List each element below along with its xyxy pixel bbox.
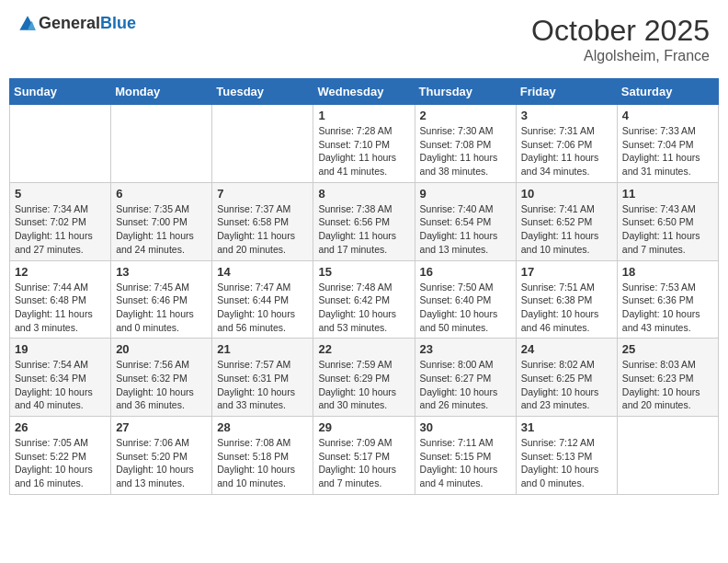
calendar-cell: 3Sunrise: 7:31 AM Sunset: 7:06 PM Daylig… <box>516 105 617 183</box>
day-number: 4 <box>622 109 713 122</box>
day-info: Sunrise: 7:34 AM Sunset: 7:02 PM Dayligh… <box>15 202 106 257</box>
calendar-cell <box>212 105 313 183</box>
calendar-cell: 11Sunrise: 7:43 AM Sunset: 6:50 PM Dayli… <box>617 182 718 260</box>
day-info: Sunrise: 7:48 AM Sunset: 6:42 PM Dayligh… <box>318 281 409 335</box>
calendar-week-row: 1Sunrise: 7:28 AM Sunset: 7:10 PM Daylig… <box>10 105 719 183</box>
day-number: 11 <box>622 187 713 201</box>
calendar-cell: 7Sunrise: 7:37 AM Sunset: 6:58 PM Daylig… <box>212 182 313 260</box>
day-number: 6 <box>116 187 207 201</box>
calendar-cell: 30Sunrise: 7:11 AM Sunset: 5:15 PM Dayli… <box>415 417 516 495</box>
calendar-week-row: 19Sunrise: 7:54 AM Sunset: 6:34 PM Dayli… <box>10 339 719 417</box>
day-number: 31 <box>521 420 612 434</box>
day-info: Sunrise: 7:54 AM Sunset: 6:34 PM Dayligh… <box>15 358 106 412</box>
location: Algolsheim, France <box>531 48 710 64</box>
day-info: Sunrise: 7:09 AM Sunset: 5:17 PM Dayligh… <box>318 436 409 490</box>
calendar-cell <box>111 105 212 183</box>
calendar-cell: 19Sunrise: 7:54 AM Sunset: 6:34 PM Dayli… <box>10 339 111 417</box>
day-info: Sunrise: 7:57 AM Sunset: 6:31 PM Dayligh… <box>217 358 308 412</box>
day-number: 8 <box>318 187 409 201</box>
day-info: Sunrise: 7:40 AM Sunset: 6:54 PM Dayligh… <box>420 202 511 257</box>
day-header-wednesday: Wednesday <box>313 79 415 105</box>
day-info: Sunrise: 7:30 AM Sunset: 7:08 PM Dayligh… <box>420 124 511 178</box>
day-info: Sunrise: 8:03 AM Sunset: 6:23 PM Dayligh… <box>622 358 713 412</box>
day-info: Sunrise: 7:45 AM Sunset: 6:46 PM Dayligh… <box>116 281 207 335</box>
calendar-cell: 1Sunrise: 7:28 AM Sunset: 7:10 PM Daylig… <box>313 105 415 183</box>
calendar-cell: 9Sunrise: 7:40 AM Sunset: 6:54 PM Daylig… <box>415 182 516 260</box>
calendar-cell: 5Sunrise: 7:34 AM Sunset: 7:02 PM Daylig… <box>10 182 111 260</box>
calendar-cell: 12Sunrise: 7:44 AM Sunset: 6:48 PM Dayli… <box>10 260 111 339</box>
day-number: 30 <box>420 420 511 434</box>
month-title: October 2025 <box>531 14 710 48</box>
calendar-cell: 6Sunrise: 7:35 AM Sunset: 7:00 PM Daylig… <box>111 182 212 260</box>
day-number: 19 <box>15 342 106 356</box>
day-info: Sunrise: 7:43 AM Sunset: 6:50 PM Dayligh… <box>622 202 713 257</box>
day-number: 25 <box>622 342 713 356</box>
calendar-week-row: 5Sunrise: 7:34 AM Sunset: 7:02 PM Daylig… <box>10 182 719 260</box>
calendar-cell: 4Sunrise: 7:33 AM Sunset: 7:04 PM Daylig… <box>617 105 718 183</box>
calendar-cell: 15Sunrise: 7:48 AM Sunset: 6:42 PM Dayli… <box>313 260 415 339</box>
day-number: 3 <box>521 109 612 122</box>
day-info: Sunrise: 7:28 AM Sunset: 7:10 PM Dayligh… <box>318 124 409 178</box>
day-number: 10 <box>521 187 612 201</box>
day-number: 2 <box>420 109 511 122</box>
calendar-table: SundayMondayTuesdayWednesdayThursdayFrid… <box>9 78 719 495</box>
day-number: 15 <box>318 265 409 279</box>
day-info: Sunrise: 7:47 AM Sunset: 6:44 PM Dayligh… <box>217 281 308 335</box>
day-info: Sunrise: 7:37 AM Sunset: 6:58 PM Dayligh… <box>217 202 308 257</box>
day-info: Sunrise: 7:50 AM Sunset: 6:40 PM Dayligh… <box>420 281 511 335</box>
day-number: 26 <box>15 420 106 434</box>
calendar-cell: 26Sunrise: 7:05 AM Sunset: 5:22 PM Dayli… <box>10 417 111 495</box>
calendar-cell: 13Sunrise: 7:45 AM Sunset: 6:46 PM Dayli… <box>111 260 212 339</box>
calendar-cell: 21Sunrise: 7:57 AM Sunset: 6:31 PM Dayli… <box>212 339 313 417</box>
day-number: 16 <box>420 265 511 279</box>
day-number: 1 <box>318 109 409 122</box>
day-number: 7 <box>217 187 308 201</box>
logo-text-general: General <box>39 14 100 32</box>
day-number: 18 <box>622 265 713 279</box>
calendar-cell: 29Sunrise: 7:09 AM Sunset: 5:17 PM Dayli… <box>313 417 415 495</box>
day-info: Sunrise: 7:05 AM Sunset: 5:22 PM Dayligh… <box>15 436 106 490</box>
calendar-cell: 2Sunrise: 7:30 AM Sunset: 7:08 PM Daylig… <box>415 105 516 183</box>
day-number: 12 <box>15 265 106 279</box>
calendar-cell: 10Sunrise: 7:41 AM Sunset: 6:52 PM Dayli… <box>516 182 617 260</box>
calendar-week-row: 26Sunrise: 7:05 AM Sunset: 5:22 PM Dayli… <box>10 417 719 495</box>
calendar-cell: 20Sunrise: 7:56 AM Sunset: 6:32 PM Dayli… <box>111 339 212 417</box>
calendar-cell: 27Sunrise: 7:06 AM Sunset: 5:20 PM Dayli… <box>111 417 212 495</box>
calendar-cell: 18Sunrise: 7:53 AM Sunset: 6:36 PM Dayli… <box>617 260 718 339</box>
day-number: 20 <box>116 342 207 356</box>
day-header-thursday: Thursday <box>415 79 516 105</box>
day-number: 13 <box>116 265 207 279</box>
day-header-friday: Friday <box>516 79 617 105</box>
calendar-cell: 24Sunrise: 8:02 AM Sunset: 6:25 PM Dayli… <box>516 339 617 417</box>
calendar-cell: 14Sunrise: 7:47 AM Sunset: 6:44 PM Dayli… <box>212 260 313 339</box>
calendar-cell: 17Sunrise: 7:51 AM Sunset: 6:38 PM Dayli… <box>516 260 617 339</box>
calendar-cell: 31Sunrise: 7:12 AM Sunset: 5:13 PM Dayli… <box>516 417 617 495</box>
day-info: Sunrise: 7:33 AM Sunset: 7:04 PM Dayligh… <box>622 124 713 178</box>
day-header-monday: Monday <box>111 79 212 105</box>
day-info: Sunrise: 7:51 AM Sunset: 6:38 PM Dayligh… <box>521 281 612 335</box>
day-number: 17 <box>521 265 612 279</box>
day-header-saturday: Saturday <box>617 79 718 105</box>
calendar-cell: 28Sunrise: 7:08 AM Sunset: 5:18 PM Dayli… <box>212 417 313 495</box>
day-number: 23 <box>420 342 511 356</box>
day-info: Sunrise: 7:31 AM Sunset: 7:06 PM Dayligh… <box>521 124 612 178</box>
day-number: 24 <box>521 342 612 356</box>
day-number: 5 <box>15 187 106 201</box>
day-number: 27 <box>116 420 207 434</box>
calendar-cell <box>617 417 718 495</box>
day-info: Sunrise: 7:38 AM Sunset: 6:56 PM Dayligh… <box>318 202 409 257</box>
calendar-header-row: SundayMondayTuesdayWednesdayThursdayFrid… <box>10 79 719 105</box>
calendar-cell: 22Sunrise: 7:59 AM Sunset: 6:29 PM Dayli… <box>313 339 415 417</box>
title-section: October 2025 Algolsheim, France <box>531 14 710 64</box>
day-info: Sunrise: 7:53 AM Sunset: 6:36 PM Dayligh… <box>622 281 713 335</box>
logo-text-blue: Blue <box>100 14 136 32</box>
day-info: Sunrise: 7:06 AM Sunset: 5:20 PM Dayligh… <box>116 436 207 490</box>
logo-icon <box>18 15 37 33</box>
logo: GeneralBlue <box>18 14 136 33</box>
day-info: Sunrise: 8:02 AM Sunset: 6:25 PM Dayligh… <box>521 358 612 412</box>
day-header-tuesday: Tuesday <box>212 79 313 105</box>
day-info: Sunrise: 7:08 AM Sunset: 5:18 PM Dayligh… <box>217 436 308 490</box>
day-number: 9 <box>420 187 511 201</box>
calendar-cell: 23Sunrise: 8:00 AM Sunset: 6:27 PM Dayli… <box>415 339 516 417</box>
calendar-cell <box>10 105 111 183</box>
